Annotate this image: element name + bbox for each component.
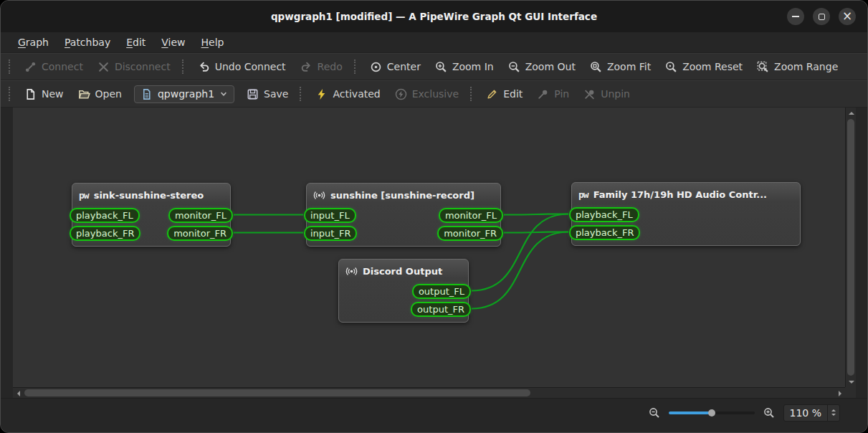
- vertical-scrollbar-thumb[interactable]: [847, 119, 854, 376]
- toolbar-handle[interactable]: [470, 87, 472, 101]
- scroll-up-button[interactable]: [846, 108, 857, 118]
- toolbar-button-label: Save: [264, 88, 288, 100]
- zoom-slider-handle[interactable]: [708, 409, 715, 417]
- node-family-hd-audio[interactable]: pwFamily 17h/19h HD Audio Contr...playba…: [571, 182, 801, 246]
- cable-layer: [13, 108, 845, 387]
- toolbar-handle[interactable]: [354, 60, 356, 74]
- node-header: sunshine [sunshine-record]: [307, 184, 500, 206]
- toolbar-button-label: Zoom In: [452, 61, 494, 72]
- menu-graph[interactable]: Graph: [10, 34, 57, 51]
- port-monitor_FL[interactable]: monitor_FL: [439, 208, 503, 223]
- toolbar-button-label: Open: [95, 88, 122, 100]
- save-icon: [247, 88, 259, 100]
- combo-value: qpwgraph1: [158, 88, 214, 100]
- horizontal-scrollbar-thumb[interactable]: [24, 389, 530, 396]
- menu-help[interactable]: Help: [194, 34, 232, 51]
- graph-toolbar: ConnectDisconnectUndo ConnectRedoCenterZ…: [1, 53, 867, 80]
- patchbay-button-pin[interactable]: Pin: [530, 85, 576, 104]
- scroll-right-button[interactable]: [834, 388, 845, 399]
- port-output_FL[interactable]: output_FL: [412, 284, 471, 299]
- close-button[interactable]: ×: [839, 8, 856, 25]
- node-discord-output[interactable]: Discord Outputoutput_FLoutput_FR: [338, 259, 469, 323]
- graph-button-zoom-fit[interactable]: Zoom Fit: [583, 57, 657, 77]
- port-input_FL[interactable]: input_FL: [304, 208, 356, 223]
- graph-button-zoom-range[interactable]: Zoom Range: [750, 57, 844, 77]
- scroll-down-button[interactable]: [846, 376, 857, 387]
- toolbar-button-label: Redo: [318, 61, 343, 72]
- zoom-spinbox[interactable]: 110 %: [783, 404, 840, 422]
- port-monitor_FL[interactable]: monitor_FL: [168, 208, 233, 223]
- redo-icon: [300, 61, 313, 73]
- ports: input_FLinput_FRmonitor_FLmonitor_FR: [307, 206, 500, 246]
- toolbar-button-label: Unpin: [601, 88, 630, 100]
- file-icon: [140, 88, 153, 100]
- maximize-icon: [819, 14, 825, 20]
- maximize-button[interactable]: [813, 8, 830, 25]
- graph-button-undo-connect[interactable]: Undo Connect: [191, 57, 292, 77]
- titlebar[interactable]: qpwgraph1 [modified] — A PipeWire Graph …: [1, 1, 867, 32]
- bolt-icon: [315, 88, 328, 100]
- toolbar-handle[interactable]: [300, 87, 301, 101]
- patchbay-canvas[interactable]: pwsink-sunshine-stereoplayback_FLplaybac…: [13, 108, 845, 387]
- zoom-reset-icon: [665, 61, 677, 73]
- unpin-icon: [583, 88, 596, 100]
- patchbay-button-save[interactable]: Save: [240, 85, 295, 104]
- menu-edit[interactable]: Edit: [118, 34, 153, 51]
- port-playback_FR[interactable]: playback_FR: [569, 225, 640, 240]
- toolbar-handle[interactable]: [9, 87, 10, 101]
- toolbar-button-label: Zoom Out: [525, 61, 576, 72]
- graph-button-center[interactable]: Center: [363, 57, 427, 77]
- node-sunshine[interactable]: sunshine [sunshine-record]input_FLinput_…: [306, 183, 501, 247]
- graph-button-redo[interactable]: Redo: [294, 57, 349, 77]
- patchbay-combo-patchbay-file[interactable]: qpwgraph1: [134, 85, 234, 103]
- bolt-circle-icon: [395, 88, 407, 100]
- port-monitor_FR[interactable]: monitor_FR: [437, 226, 503, 241]
- input-ports: playback_FLplayback_FR: [572, 207, 640, 243]
- minimize-icon: [792, 16, 799, 17]
- menu-patchbay[interactable]: Patchbay: [57, 34, 118, 51]
- node-title: sink-sunshine-stereo: [94, 190, 204, 201]
- menu-view[interactable]: View: [153, 34, 193, 51]
- patchbay-button-open[interactable]: Open: [72, 85, 128, 104]
- toolbar-handle[interactable]: [9, 60, 10, 74]
- node-header: pwsink-sunshine-stereo: [72, 184, 230, 206]
- node-title: Discord Output: [363, 266, 442, 277]
- graph-button-zoom-in[interactable]: Zoom In: [429, 57, 500, 77]
- canvas-frame: pwsink-sunshine-stereoplayback_FLplaybac…: [13, 108, 856, 398]
- statusbar-zoom-in-icon[interactable]: [763, 407, 775, 419]
- output-ports: monitor_FLmonitor_FR: [167, 208, 230, 244]
- scroll-left-button[interactable]: [13, 388, 24, 399]
- port-monitor_FR[interactable]: monitor_FR: [167, 226, 233, 241]
- patchbay-button-unpin[interactable]: Unpin: [577, 85, 636, 104]
- patchbay-button-activated[interactable]: Activated: [309, 85, 386, 104]
- toolbar-button-label: Edit: [503, 88, 523, 100]
- disconnect-icon: [97, 61, 110, 73]
- connect-icon: [24, 61, 37, 73]
- statusbar-zoom-out-icon[interactable]: [649, 407, 660, 419]
- graph-button-disconnect[interactable]: Disconnect: [91, 57, 177, 77]
- zoom-slider[interactable]: [669, 407, 755, 419]
- undo-icon: [198, 61, 210, 73]
- node-sink-sunshine-stereo[interactable]: pwsink-sunshine-stereoplayback_FLplaybac…: [72, 183, 231, 247]
- graph-button-connect[interactable]: Connect: [18, 57, 90, 77]
- port-playback_FR[interactable]: playback_FR: [70, 226, 140, 241]
- port-playback_FL[interactable]: playback_FL: [569, 207, 639, 222]
- port-playback_FL[interactable]: playback_FL: [70, 208, 140, 223]
- vertical-scrollbar[interactable]: [845, 108, 856, 387]
- pencil-icon: [486, 88, 498, 100]
- port-output_FR[interactable]: output_FR: [411, 302, 471, 317]
- horizontal-scrollbar[interactable]: [13, 387, 845, 398]
- node-title: Family 17h/19h HD Audio Contr...: [593, 189, 767, 200]
- minimize-button[interactable]: [787, 8, 804, 25]
- graph-button-zoom-out[interactable]: Zoom Out: [502, 57, 582, 77]
- graph-button-zoom-reset[interactable]: Zoom Reset: [659, 57, 749, 77]
- patchbay-button-exclusive[interactable]: Exclusive: [388, 85, 465, 104]
- patchbay-button-edit[interactable]: Edit: [480, 85, 529, 104]
- patchbay-button-new[interactable]: New: [18, 85, 70, 104]
- toolbar-handle[interactable]: [182, 60, 183, 74]
- spin-up-button[interactable]: [831, 407, 836, 411]
- spin-down-button[interactable]: [831, 414, 836, 418]
- window-title: qpwgraph1 [modified] — A PipeWire Graph …: [271, 11, 597, 22]
- arrow-down-icon: [849, 381, 854, 386]
- port-input_FR[interactable]: input_FR: [304, 226, 357, 241]
